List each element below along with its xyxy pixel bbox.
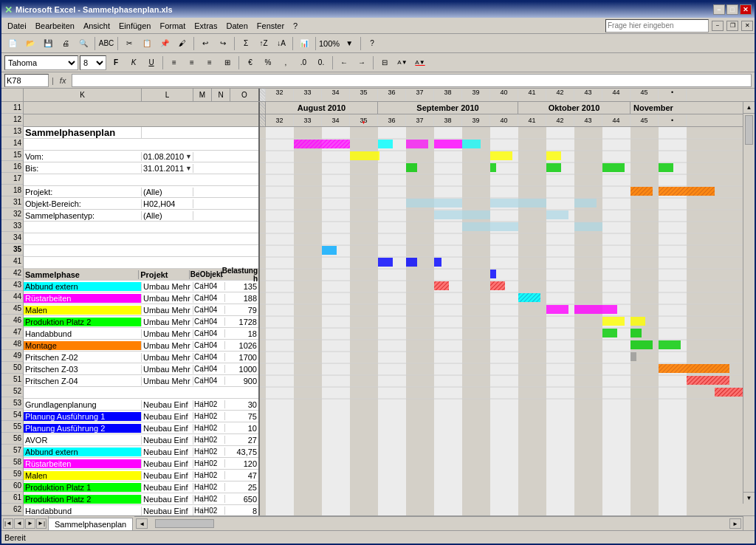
cell-k11[interactable]: Sammelphasenplan <box>24 127 142 138</box>
sort-desc-button[interactable]: ↓A <box>273 36 289 51</box>
prev-sheet-button[interactable]: ◄ <box>14 518 24 529</box>
sort-asc-button[interactable]: ↑Z <box>255 36 272 51</box>
data-row-60[interactable]: Handabbund Neubau Einf Ha H02 8 <box>24 505 258 515</box>
copy-button[interactable]: 📋 <box>139 36 155 51</box>
italic-button[interactable]: K <box>126 55 142 70</box>
align-right-button[interactable]: ≡ <box>202 55 218 70</box>
col-39[interactable]: 39 <box>462 89 490 101</box>
decimal-dec-button[interactable]: 0. <box>313 55 329 70</box>
app-minimize-button[interactable]: − <box>712 21 724 31</box>
menu-datei[interactable]: Datei <box>3 20 31 32</box>
help-search[interactable] <box>605 19 709 32</box>
cell-l18[interactable]: (Alle) <box>142 211 193 220</box>
sheet-tab-sammelphasenplan[interactable]: Sammelphasenplan <box>49 518 133 530</box>
redo-button[interactable]: ↪ <box>215 36 231 51</box>
col-dot[interactable]: • <box>659 89 687 101</box>
data-row-46[interactable]: Montage Umbau Mehr Ca H04 1026 <box>24 340 258 352</box>
h-scroll-track[interactable] <box>148 518 729 529</box>
indent-inc-button[interactable]: → <box>354 55 370 70</box>
data-row-43[interactable]: Malen Umbau Mehr Ca H04 79 <box>24 304 258 316</box>
font-color-button[interactable]: A▼ <box>412 55 428 70</box>
data-row-44[interactable]: Produktion Platz 2 Umbau Mehr Ca H04 172… <box>24 316 258 328</box>
scroll-track[interactable] <box>743 114 755 492</box>
undo-button[interactable]: ↩ <box>197 36 213 51</box>
data-row-41[interactable]: Abbund extern Umbau Mehr Ca H04 135 <box>24 281 258 292</box>
scroll-down-button[interactable]: ▼ <box>743 492 755 504</box>
menu-daten[interactable]: Daten <box>221 20 252 32</box>
autosum-button[interactable]: Σ <box>238 36 254 51</box>
title-bar-buttons[interactable]: − □ ✕ <box>713 4 752 15</box>
name-box[interactable]: K78 <box>4 74 49 87</box>
col-36[interactable]: 36 <box>378 89 406 101</box>
h-scroll-thumb[interactable] <box>155 519 214 528</box>
col-43[interactable]: 43 <box>574 89 602 101</box>
data-row-48[interactable]: Pritschen Z-03 Umbau Mehr Ca H04 1000 <box>24 363 258 375</box>
col-header-k[interactable]: K <box>24 89 142 101</box>
maximize-button[interactable]: □ <box>726 4 738 15</box>
cell-k16[interactable]: Projekt: <box>24 188 142 196</box>
cell-k14[interactable]: Bis: <box>24 164 142 173</box>
new-button[interactable]: 📄 <box>4 36 21 51</box>
cut-button[interactable]: ✂ <box>121 36 137 51</box>
open-button[interactable]: 📂 <box>22 36 38 51</box>
col-40[interactable]: 40 <box>490 89 518 101</box>
menu-extras[interactable]: Extras <box>190 20 221 32</box>
borders-button[interactable]: ⊟ <box>377 55 393 70</box>
scroll-right-button[interactable]: ► <box>729 518 741 529</box>
col-32[interactable]: 32 <box>266 89 294 101</box>
scroll-thumb[interactable] <box>745 115 753 145</box>
data-row-51[interactable]: Grundlagenplanung Neubau Einf Ha H02 30 <box>24 399 258 411</box>
col-header-l[interactable]: L <box>142 89 193 101</box>
data-row-56[interactable]: Rüstarbeiten Neubau Einf Ha H02 120 <box>24 458 258 470</box>
col-header-m[interactable]: M <box>193 89 212 101</box>
col-header-o[interactable]: O <box>230 89 260 101</box>
app-close-button[interactable]: ✕ <box>741 21 753 31</box>
col-45[interactable]: 45 <box>630 89 659 101</box>
thousands-button[interactable]: , <box>278 55 294 70</box>
font-size-selector[interactable]: 8 <box>80 55 106 70</box>
first-sheet-button[interactable]: |◄ <box>3 518 13 529</box>
fill-color-button[interactable]: A▼ <box>394 55 410 70</box>
col-38[interactable]: 38 <box>434 89 462 101</box>
format-painter[interactable]: 🖌 <box>174 36 190 51</box>
help-button[interactable]: ? <box>364 36 380 51</box>
cell-k13[interactable]: Vom: <box>24 152 142 161</box>
font-selector[interactable]: Tahoma <box>4 55 78 70</box>
save-button[interactable]: 💾 <box>40 36 56 51</box>
col-35[interactable]: 35 <box>350 89 378 101</box>
merge-button[interactable]: ⊞ <box>219 55 236 70</box>
align-center-button[interactable]: ≡ <box>184 55 200 70</box>
scroll-up-button[interactable]: ▲ <box>743 102 755 114</box>
data-row-59[interactable]: Produktion Platz 2 Neubau Einf Ha H02 65… <box>24 493 258 505</box>
scroll-left-button[interactable]: ◄ <box>136 518 148 529</box>
decimal-inc-button[interactable]: .0 <box>295 55 312 70</box>
data-row-49[interactable]: Pritschen Z-04 Umbau Mehr Ca H04 900 <box>24 375 258 387</box>
data-row-58[interactable]: Produktion Platz 1 Neubau Einf Ha H02 25 <box>24 481 258 493</box>
tab-nav-buttons[interactable]: |◄ ◄ ► ►| <box>1 516 49 530</box>
data-row-45[interactable]: Handabbund Umbau Mehr Ca H04 18 <box>24 328 258 340</box>
col-42[interactable]: 42 <box>546 89 574 101</box>
spell-button[interactable]: ABC <box>98 36 114 51</box>
col-34[interactable]: 34 <box>322 89 350 101</box>
cell-l14[interactable]: 31.01.2011▼ <box>142 164 193 173</box>
data-row-47[interactable]: Pritschen Z-02 Umbau Mehr Ca H04 1700 <box>24 352 258 363</box>
cell-k18[interactable]: Sammelphasentyp: <box>24 211 142 220</box>
data-row-55[interactable]: Abbund extern Neubau Einf Ha H02 43,75 <box>24 446 258 458</box>
data-row-57[interactable]: Malen Neubau Einf Ha H02 47 <box>24 470 258 481</box>
menu-einfuegen[interactable]: Einfügen <box>114 20 155 32</box>
chart-button[interactable]: 📊 <box>296 36 312 51</box>
preview-button[interactable]: 🔍 <box>75 36 92 51</box>
cell-l17[interactable]: H02,H04 <box>142 199 193 208</box>
cell-k17[interactable]: Objekt-Bereich: <box>24 199 142 208</box>
close-button[interactable]: ✕ <box>740 4 752 15</box>
col-header-n[interactable]: N <box>212 89 230 101</box>
col-31[interactable] <box>260 89 266 101</box>
percent-button[interactable]: % <box>260 55 276 70</box>
currency-button[interactable]: € <box>242 55 258 70</box>
cell-l13[interactable]: 01.08.2010▼ <box>142 152 193 161</box>
next-sheet-button[interactable]: ► <box>25 518 35 529</box>
last-sheet-button[interactable]: ►| <box>36 518 47 529</box>
menu-help[interactable]: ? <box>289 20 302 32</box>
col-33[interactable]: 33 <box>294 89 322 101</box>
print-button[interactable]: 🖨 <box>58 36 74 51</box>
